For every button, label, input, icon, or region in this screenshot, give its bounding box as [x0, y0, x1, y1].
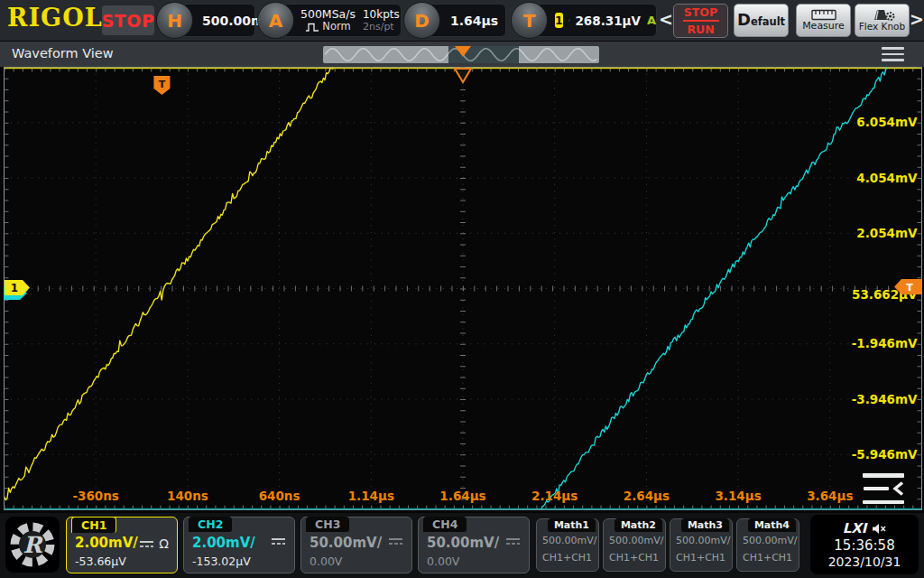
trigger-knob-label: T — [523, 10, 536, 32]
menu-icon[interactable] — [882, 47, 904, 61]
clock-time: 15:36:58 — [834, 537, 894, 554]
channel-status-bar: R CH1 2.00mV/ Ω -53.66µV CH2 2.00mV/ — [0, 513, 924, 578]
math4-card[interactable]: Math4 500.00mV/ CH1+CH1 — [736, 518, 799, 572]
svg-text:T: T — [159, 79, 166, 90]
knob-icon — [869, 8, 896, 22]
channel-card-ch3[interactable]: CH3 50.00mV/ 0.00V — [300, 517, 412, 573]
dc-coupling-icon — [388, 536, 403, 546]
y-axis-label: 4.054mV — [856, 171, 918, 185]
svg-text:T: T — [906, 282, 913, 294]
x-axis-label: 2.14µs — [531, 489, 578, 503]
math1-tab[interactable]: Math1 — [548, 518, 596, 532]
horizontal-knob-label: H — [167, 10, 182, 32]
x-axis-label: 640ns — [259, 489, 300, 503]
math3-card[interactable]: Math3 500.00mV/ CH1+CH1 — [670, 518, 733, 572]
trigger-group: 1 268.31µV A T — [511, 2, 657, 39]
math1-expr: CH1+CH1 — [542, 552, 592, 564]
timebase-overview-strip[interactable] — [323, 46, 599, 63]
top-toolbar: RIGOL STOP 500.00ns/ H 500MSa/s Norm — [0, 0, 924, 41]
svg-text:1: 1 — [11, 282, 18, 294]
flex-knob-label: Flex Knob — [859, 22, 905, 32]
ch3-tab[interactable]: CH3 — [306, 517, 349, 532]
measure-label: Measure — [802, 21, 845, 32]
dc-coupling-icon — [505, 536, 521, 546]
stop-run-button[interactable]: STOP RUN — [673, 4, 728, 38]
trigger-source-badge: 1 — [555, 13, 563, 28]
ch3-offset: 0.00V — [310, 555, 342, 568]
horizontal-knob-button[interactable]: H — [156, 2, 193, 39]
default-label: efault — [751, 15, 785, 28]
acquire-knob-label: A — [269, 10, 282, 32]
math2-card[interactable]: Math2 500.00mV/ CH1+CH1 — [603, 518, 666, 572]
acquire-knob-button[interactable]: A — [257, 2, 294, 39]
overview-trigger-position-icon[interactable] — [455, 46, 471, 57]
math2-tab[interactable]: Math2 — [614, 518, 662, 532]
waveform-graticule: 6.054mV4.054mV2.054mV53.662µV-1.946mV-3.… — [0, 0, 924, 578]
dc-coupling-icon — [139, 539, 154, 549]
x-axis-label: 1.64µs — [439, 489, 485, 503]
rigol-gear-logo[interactable]: R — [5, 517, 60, 573]
ch4-coupling — [505, 536, 521, 546]
ch1-tab[interactable]: CH1 — [71, 517, 116, 533]
channel-card-ch4[interactable]: CH4 50.00mV/ 0.00V — [418, 517, 530, 573]
default-button[interactable]: Default — [734, 4, 789, 37]
x-axis-label: -360ns — [72, 489, 118, 503]
x-axis-label: 2.64µs — [624, 489, 670, 503]
math1-card[interactable]: Math1 500.00mV/ CH1+CH1 — [536, 518, 599, 572]
flex-knob-button[interactable]: Flex Knob — [855, 4, 910, 37]
system-info-panel[interactable]: LXI 15:36:58 2023/10/31 — [810, 515, 919, 574]
run-state-badge: STOP — [102, 5, 154, 35]
ch1-offset: -53.66µV — [75, 555, 126, 568]
channel-card-ch2[interactable]: CH2 2.00mV/ -153.02µV — [183, 517, 295, 573]
collapse-menu-icon[interactable] — [852, 473, 904, 504]
chevron-left-icon — [892, 481, 904, 496]
horizontal-group: 500.00ns/ H — [156, 2, 255, 39]
rising-edge-icon — [568, 13, 571, 28]
pulse-icon — [305, 23, 319, 32]
measure-button[interactable]: Measure — [796, 4, 851, 37]
clock-date: 2023/10/31 — [828, 555, 901, 569]
trigger-box[interactable]: 1 268.31µV A — [530, 4, 657, 37]
ch4-tab[interactable]: CH4 — [423, 517, 467, 532]
acquire-box[interactable]: 500MSa/s Norm 10kpts 2ns/pt — [276, 4, 402, 37]
y-axis-label: 2.054mV — [856, 226, 918, 240]
ch1-coupling: Ω — [139, 536, 169, 551]
acquire-mode: Norm — [322, 21, 350, 33]
sample-rate: 500MSa/s — [300, 8, 356, 21]
ch2-tab[interactable]: CH2 — [189, 517, 232, 532]
trigger-knob-button[interactable]: T — [511, 2, 548, 39]
delay-knob-label: D — [414, 10, 430, 32]
delay-group: 1.64µs D — [403, 2, 507, 39]
ch4-scale: 50.00mV/ — [427, 535, 499, 551]
view-title: Waveform View — [12, 46, 114, 61]
math4-expr: CH1+CH1 — [743, 552, 792, 564]
y-axis-label: -3.946mV — [852, 392, 918, 406]
ch1-impedance: Ω — [159, 536, 169, 551]
trigger-mode-flag: A — [647, 14, 656, 27]
math4-scale: 500.00mV/ — [743, 535, 797, 546]
math2-expr: CH1+CH1 — [609, 552, 659, 564]
stop-label: STOP — [684, 5, 717, 19]
y-axis-label: -5.946mV — [852, 447, 918, 461]
math3-tab[interactable]: Math3 — [681, 518, 729, 532]
ch2-offset: -153.02µV — [192, 555, 251, 568]
oscilloscope-screen: RIGOL STOP 500.00ns/ H 500MSa/s Norm — [0, 0, 924, 578]
toolbar-scroll-left-icon[interactable]: < — [659, 9, 673, 29]
lxi-label: LXI — [843, 520, 867, 536]
delay-knob-button[interactable]: D — [403, 2, 440, 39]
memory-depth: 10kpts — [363, 8, 400, 21]
acquire-group: 500MSa/s Norm 10kpts 2ns/pt A — [257, 2, 402, 39]
stop-run-divider — [683, 20, 719, 22]
ch2-coupling — [271, 536, 286, 546]
math4-tab[interactable]: Math4 — [748, 518, 796, 532]
ch2-scale: 2.00mV/ — [192, 535, 255, 551]
math3-scale: 500.00mV/ — [676, 535, 730, 546]
svg-text:R: R — [23, 532, 44, 558]
ch4-offset: 0.00V — [427, 555, 459, 568]
y-axis-label: -1.946mV — [852, 336, 918, 350]
channel-card-ch1[interactable]: CH1 2.00mV/ Ω -53.66µV — [66, 517, 178, 573]
toolbar-scroll-right-icon[interactable]: > — [910, 9, 924, 29]
x-axis-label: 140ns — [167, 489, 208, 503]
time-per-point: 2ns/pt — [363, 21, 400, 33]
x-axis-label: 3.14µs — [715, 489, 761, 503]
